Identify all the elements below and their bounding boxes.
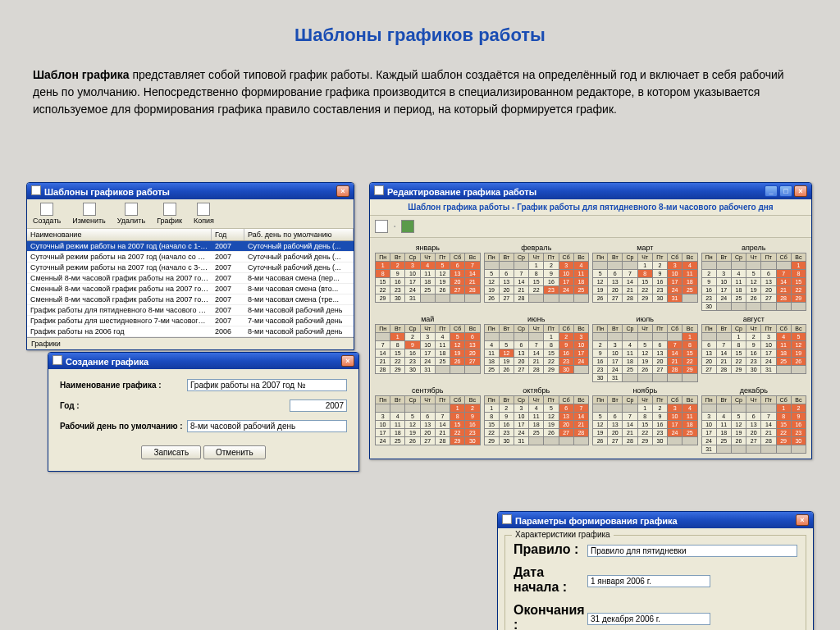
start-date-label: Дата начала :: [514, 565, 587, 595]
month-2: февральПнВтСрЧтПтСбВс1234567891011121314…: [484, 243, 590, 311]
table-row[interactable]: График работы для пятидневного 8-ми часо…: [27, 305, 354, 316]
window-icon: [374, 185, 384, 195]
intro-bold: Шаблон графика: [33, 68, 130, 81]
window-icon: [52, 355, 62, 365]
table-row[interactable]: Сменный 8-ми часовой график работы на 20…: [27, 273, 354, 284]
table-row[interactable]: Сменный 8-ми часовой график работы на 20…: [27, 294, 354, 305]
table-row[interactable]: Суточный режим работы на 2007 год (начал…: [27, 241, 354, 252]
col-header[interactable]: Год: [212, 229, 244, 240]
month-6: июньПнВтСрЧтПтСбВс1234567891011121314151…: [484, 314, 590, 382]
end-date-field[interactable]: [587, 613, 710, 625]
name-label: Наименование графика :: [60, 381, 187, 390]
toolbar-удалить[interactable]: Удалить: [115, 202, 148, 226]
default-day-label: Рабочий день по умолчанию :: [60, 422, 187, 431]
month-5: майПнВтСрЧтПтСбВс12345678910111213141516…: [375, 314, 481, 382]
year-field[interactable]: [290, 399, 347, 412]
month-11: ноябрьПнВтСрЧтПтСбВс12345678910111213141…: [592, 386, 698, 454]
params-dialog: Параметры формирования графика × Характе…: [497, 511, 814, 630]
list-title: Шаблоны графиков работы: [44, 187, 170, 197]
toolbar-копия[interactable]: Копия: [191, 202, 217, 226]
cancel-button[interactable]: Отменить: [203, 445, 266, 459]
toolbar-график[interactable]: График: [154, 202, 185, 226]
schedule-editor-window: Редактирование графика работы _ □ × Шабл…: [369, 182, 812, 459]
tool-icon[interactable]: [401, 220, 414, 233]
editor-title: Редактирование графика работы: [387, 187, 536, 197]
col-header[interactable]: Наименование: [27, 229, 212, 240]
group-legend: Характеристики графика: [512, 530, 614, 539]
save-button[interactable]: Записать: [141, 445, 201, 459]
close-icon[interactable]: ×: [336, 185, 349, 197]
minimize-icon[interactable]: _: [765, 185, 778, 197]
rule-label: Правило :: [514, 542, 587, 557]
intro-text: Шаблон графика представляет собой типово…: [33, 66, 807, 118]
toolbar-изменить[interactable]: Изменить: [70, 202, 108, 226]
window-icon: [502, 514, 512, 524]
month-4: апрельПнВтСрЧтПтСбВс12345678910111213141…: [701, 243, 807, 311]
month-9: сентябрьПнВтСрЧтПтСбВс123456789101112131…: [375, 386, 481, 454]
year-label: Год :: [60, 401, 187, 410]
col-header[interactable]: Раб. день по умолчанию: [244, 229, 354, 240]
table-row[interactable]: Суточный режим работы на 2007 год (начал…: [27, 252, 354, 262]
month-1: январьПнВтСрЧтПтСбВс12345678910111213141…: [375, 243, 481, 311]
templates-grid[interactable]: НаименованиеГодРаб. день по умолчанию Су…: [27, 229, 354, 337]
start-date-field[interactable]: [587, 575, 710, 587]
close-icon[interactable]: ×: [794, 185, 807, 197]
name-field[interactable]: [187, 379, 347, 391]
month-8: августПнВтСрЧтПтСбВс12345678910111213141…: [701, 314, 807, 382]
create-schedule-dialog: Создание графика × Наименование графика …: [48, 352, 359, 472]
status-bar: Графики: [27, 337, 354, 349]
save-icon[interactable]: [375, 220, 388, 233]
create-title: Создание графика: [66, 357, 148, 367]
table-row[interactable]: График работы для шестидневного 7-ми час…: [27, 316, 354, 326]
table-row[interactable]: Суточный режим работы на 2007 год (начал…: [27, 262, 354, 273]
page-title: Шаблоны графиков работы: [25, 25, 815, 46]
end-date-label: Окончания :: [514, 603, 587, 630]
default-day-select[interactable]: [187, 420, 347, 432]
toolbar: СоздатьИзменитьУдалитьГрафикКопия: [27, 199, 354, 229]
month-10: октябрьПнВтСрЧтПтСбВс1234567891011121314…: [484, 386, 590, 454]
close-icon[interactable]: ×: [796, 514, 809, 526]
close-icon[interactable]: ×: [341, 355, 354, 367]
editor-subtitle: Шаблон графика работы - График работы дл…: [370, 199, 811, 216]
table-row[interactable]: График работы на 2006 год20068-ми часово…: [27, 326, 354, 337]
table-row[interactable]: Сменный 8-ми часовой график работы на 20…: [27, 284, 354, 294]
rule-select[interactable]: [587, 545, 797, 557]
params-title: Параметры формирования графика: [515, 516, 678, 526]
templates-list-window: Шаблоны графиков работы × СоздатьИзменит…: [26, 182, 354, 350]
toolbar-создать[interactable]: Создать: [30, 202, 63, 226]
month-7: июльПнВтСрЧтПтСбВс1234567891011121314151…: [592, 314, 698, 382]
month-12: декабрьПнВтСрЧтПтСбВс1234567891011121314…: [701, 386, 807, 454]
calendar-year-view[interactable]: январьПнВтСрЧтПтСбВс12345678910111213141…: [370, 238, 811, 459]
intro-rest: представляет собой типовой график работы…: [33, 68, 784, 116]
toolbar-sep: ·: [393, 219, 396, 234]
month-3: мартПнВтСрЧтПтСбВс1234567891011121314151…: [592, 243, 698, 311]
window-icon: [31, 185, 41, 195]
maximize-icon[interactable]: □: [779, 185, 792, 197]
